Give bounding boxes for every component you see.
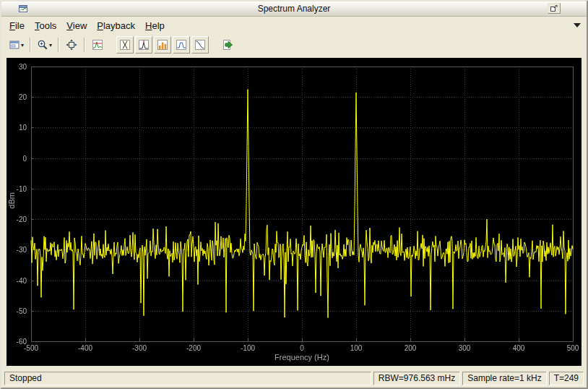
autoscale-button[interactable] <box>63 36 80 54</box>
x-tick-label: 300 <box>454 344 475 352</box>
distortion-measurements-button[interactable] <box>154 36 171 54</box>
status-bar: Stopped RBW=976.563 mHz Sample rate=1 kH… <box>1 369 587 388</box>
menu-overflow-icon[interactable] <box>574 23 581 27</box>
x-tick-label: 200 <box>399 344 421 352</box>
window-title: Spectrum Analyzer <box>1 4 587 14</box>
x-tick-label: -400 <box>74 344 96 352</box>
y-tick-label: -20 <box>7 215 27 223</box>
y-tick-label: 0 <box>7 155 27 163</box>
x-tick-label: 500 <box>562 344 581 352</box>
status-rbw: RBW=976.563 mHz <box>373 372 460 385</box>
app-icon <box>19 4 27 13</box>
green-arrow-icon <box>222 39 233 51</box>
x-tick-label: -100 <box>237 344 259 352</box>
plot-panel: -500-400-300-200-10001002003004005003020… <box>7 58 581 366</box>
toolbar-separator <box>84 38 85 52</box>
cursor-measurements-button[interactable] <box>116 36 134 54</box>
expand-arrows-icon <box>66 39 77 51</box>
configuration-button[interactable]: ▾ <box>7 36 26 54</box>
curve-icon <box>194 39 206 51</box>
y-tick-label: 30 <box>7 63 27 71</box>
y-tick-label: 10 <box>7 124 27 132</box>
orange-bars-icon <box>157 39 168 51</box>
menu-item-help[interactable]: Help <box>140 18 170 33</box>
dropdown-arrow-icon[interactable]: ▾ <box>21 42 24 48</box>
menu-item-file[interactable]: File <box>4 18 30 33</box>
peak-finder-button[interactable] <box>135 36 152 54</box>
toolbar: ▾ ▾ <box>1 34 587 56</box>
y-tick-label: -60 <box>7 338 27 346</box>
ccdf-measurements-button[interactable] <box>191 36 209 54</box>
peak-icon <box>138 39 150 51</box>
y-tick-label: -40 <box>7 277 27 285</box>
y-tick-label: -30 <box>7 246 27 254</box>
menu-item-view[interactable]: View <box>61 18 92 33</box>
spectrum-icon <box>92 39 103 51</box>
window-icon <box>9 39 20 51</box>
spectrum-settings-button[interactable] <box>89 36 106 54</box>
undock-button[interactable] <box>548 3 561 14</box>
menu-item-playback[interactable]: Playback <box>92 18 140 33</box>
x-tick-label: 400 <box>508 344 529 352</box>
magnifier-icon <box>37 39 48 51</box>
y-tick-label: 20 <box>7 93 27 101</box>
status-state: Stopped <box>4 372 371 385</box>
undock-icon <box>550 5 558 12</box>
toolbar-separator <box>30 38 31 52</box>
cursors-icon <box>119 39 131 51</box>
menu-bar: FileToolsViewPlaybackHelp <box>1 17 587 34</box>
status-frame-counter: T=249 <box>549 372 584 385</box>
menu-items: FileToolsViewPlaybackHelp <box>4 18 170 33</box>
step-forward-button[interactable] <box>219 36 236 54</box>
x-tick-label: -300 <box>129 344 150 352</box>
x-tick-label: -200 <box>183 344 204 352</box>
spectrum-analyzer-window: Spectrum Analyzer FileToolsViewPlaybackH… <box>0 0 588 389</box>
spectral-mask-button[interactable] <box>173 36 190 54</box>
spectrum-plot-canvas[interactable] <box>7 58 581 366</box>
y-tick-label: -50 <box>7 307 27 315</box>
y-axis-label: dBm <box>7 192 16 209</box>
zoom-button[interactable]: ▾ <box>35 36 54 54</box>
title-bar: Spectrum Analyzer <box>1 1 587 17</box>
mask-icon <box>176 39 187 51</box>
status-sample-rate: Sample rate=1 kHz <box>462 372 546 385</box>
x-tick-label: 100 <box>345 344 367 352</box>
dropdown-arrow-icon[interactable]: ▾ <box>49 42 52 48</box>
menu-item-tools[interactable]: Tools <box>30 18 61 33</box>
toolbar-separator <box>58 38 59 52</box>
x-axis-label: Frequency (Hz) <box>31 353 573 362</box>
x-tick-label: 0 <box>291 344 313 352</box>
